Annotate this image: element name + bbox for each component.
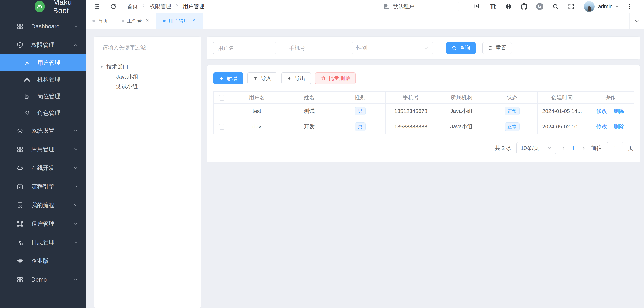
- tab-user-management[interactable]: 用户管理: [156, 13, 203, 29]
- topbar: 首页 权限管理 用户管理 默认租户 Tt: [86, 0, 644, 13]
- column-header: 手机号: [386, 92, 436, 104]
- tree-node-root[interactable]: 技术部门: [98, 62, 198, 72]
- breadcrumb-item[interactable]: 权限管理: [150, 3, 171, 10]
- search-form: 性别 查询 重置: [206, 36, 640, 60]
- sidebar-item-tenant-management[interactable]: 租户管理: [0, 214, 86, 233]
- search-icon[interactable]: [551, 3, 560, 10]
- next-page-button[interactable]: [581, 146, 586, 151]
- table-toolbar: 新增 导入 导出 批量删除: [214, 72, 633, 84]
- sidebar-item-demo[interactable]: Demo: [0, 270, 86, 289]
- user-icon: [24, 60, 30, 66]
- gitee-icon[interactable]: G: [536, 3, 544, 10]
- tree-node-label: 测试小组: [116, 83, 138, 90]
- sidebar-item-workflow-engine[interactable]: 流程引擎: [0, 177, 86, 196]
- prev-page-button[interactable]: [561, 146, 566, 151]
- right-column: 性别 查询 重置: [206, 36, 640, 308]
- tree-node-child[interactable]: Java小组: [98, 72, 198, 82]
- sidebar-item-user-management[interactable]: 用户管理: [0, 54, 86, 71]
- edit-link[interactable]: 修改: [596, 124, 607, 130]
- row-checkbox[interactable]: [219, 124, 224, 130]
- gender-select-placeholder: 性别: [356, 44, 367, 52]
- select-all-checkbox[interactable]: [219, 95, 224, 101]
- chevron-right-icon: [581, 146, 586, 151]
- import-button[interactable]: 导入: [248, 72, 277, 84]
- goto-page-input[interactable]: [607, 142, 623, 154]
- page-number[interactable]: 1: [571, 145, 576, 152]
- org-tree: 技术部门 Java小组 测试小组: [98, 62, 198, 91]
- phone-field[interactable]: [284, 42, 344, 54]
- font-size-icon[interactable]: Tt: [489, 3, 497, 10]
- chevron-right-icon: [141, 3, 146, 9]
- tree-filter-input[interactable]: [98, 41, 198, 53]
- sidebar-fold-icon[interactable]: [94, 3, 100, 10]
- sidebar-item-org-management[interactable]: 机构管理: [0, 71, 86, 88]
- batch-delete-button[interactable]: 批量删除: [315, 72, 356, 84]
- close-icon[interactable]: [192, 18, 196, 24]
- tree-node-child[interactable]: 测试小组: [98, 82, 198, 91]
- pagination: 共 2 条 10条/页 1 前往: [214, 142, 633, 154]
- breadcrumb-item[interactable]: 首页: [127, 3, 138, 10]
- sidebar-item-permissions[interactable]: 权限管理: [0, 36, 86, 54]
- user-avatar[interactable]: [584, 1, 594, 12]
- cell-phone: 13512345678: [386, 104, 436, 119]
- fullscreen-icon[interactable]: [567, 3, 575, 10]
- sidebar-item-label: 租户管理: [31, 220, 54, 228]
- calendar-check-icon: [16, 183, 24, 190]
- export-button[interactable]: 导出: [281, 72, 311, 84]
- chevron-down-icon: [73, 147, 78, 152]
- reset-button[interactable]: 重置: [482, 42, 512, 54]
- user-menu[interactable]: admin: [598, 3, 620, 9]
- cell-name: 开发: [284, 119, 335, 135]
- edit-link[interactable]: 修改: [596, 108, 607, 114]
- sidebar-item-label: 角色管理: [37, 109, 60, 117]
- status-badge: 正常: [505, 107, 520, 116]
- gear-icon: [16, 127, 24, 134]
- tenant-select[interactable]: 默认租户: [379, 1, 459, 12]
- row-checkbox[interactable]: [219, 109, 224, 114]
- translate-icon[interactable]: [473, 3, 481, 10]
- add-button[interactable]: 新增: [214, 72, 243, 84]
- sidebar-item-log-management[interactable]: 日志管理: [0, 233, 86, 252]
- cell-phone: 13588888888: [386, 119, 436, 135]
- username-field[interactable]: [213, 42, 276, 54]
- cloud-icon: [16, 164, 24, 171]
- sidebar-item-my-workflow[interactable]: 我的流程: [0, 196, 86, 214]
- page-size-select[interactable]: 10条/页: [516, 142, 556, 154]
- sidebar-item-dashboard[interactable]: Dashboard: [0, 17, 86, 36]
- close-icon[interactable]: [145, 18, 150, 24]
- apps-icon: [16, 146, 24, 153]
- more-vertical-icon[interactable]: [626, 3, 634, 10]
- sidebar-item-enterprise[interactable]: 企业版: [0, 252, 86, 270]
- gender-select[interactable]: 性别: [352, 42, 433, 54]
- column-header: 创建时间: [538, 92, 587, 104]
- delete-link[interactable]: 删除: [614, 108, 624, 114]
- table-row: dev 开发 男 13588888888 Java小组 正常 2024-05-0…: [214, 119, 634, 135]
- chevron-down-icon: [73, 221, 78, 226]
- tab-workbench[interactable]: 工作台: [115, 13, 156, 29]
- sidebar-item-online-dev[interactable]: 在线开发: [0, 159, 86, 177]
- sidebar-item-role-management[interactable]: 角色管理: [0, 105, 86, 121]
- refresh-icon: [488, 45, 493, 51]
- sidebar-item-system-settings[interactable]: 系统设置: [0, 121, 86, 140]
- tab-actions-dropdown[interactable]: [630, 13, 644, 29]
- gitee-label: G: [536, 3, 543, 10]
- delete-link[interactable]: 删除: [614, 124, 624, 130]
- sidebar-item-post-management[interactable]: 岗位管理: [0, 88, 86, 105]
- sidebar-item-app-management[interactable]: 应用管理: [0, 140, 86, 159]
- refresh-icon[interactable]: [110, 3, 117, 10]
- document-check-icon: [16, 239, 24, 246]
- search-button[interactable]: 查询: [446, 42, 476, 54]
- globe-icon[interactable]: [504, 3, 512, 10]
- sidebar-submenu-permissions: 用户管理 机构管理 岗位管理: [0, 54, 86, 121]
- column-header: 所属机构: [436, 92, 487, 104]
- trash-icon: [321, 76, 326, 81]
- column-header: 状态: [487, 92, 538, 104]
- tab-home[interactable]: 首页: [86, 13, 115, 29]
- github-icon[interactable]: [520, 3, 528, 10]
- page-unit-label: 页: [628, 145, 633, 152]
- main-area: 首页 权限管理 用户管理 默认租户 Tt: [86, 0, 644, 308]
- app-window: Maku Boot Dashboard 权限管理: [0, 0, 644, 308]
- cell-org: Java小组: [436, 119, 487, 135]
- sidebar-item-label: 流程引擎: [31, 183, 54, 190]
- caret-down-icon[interactable]: [100, 64, 104, 70]
